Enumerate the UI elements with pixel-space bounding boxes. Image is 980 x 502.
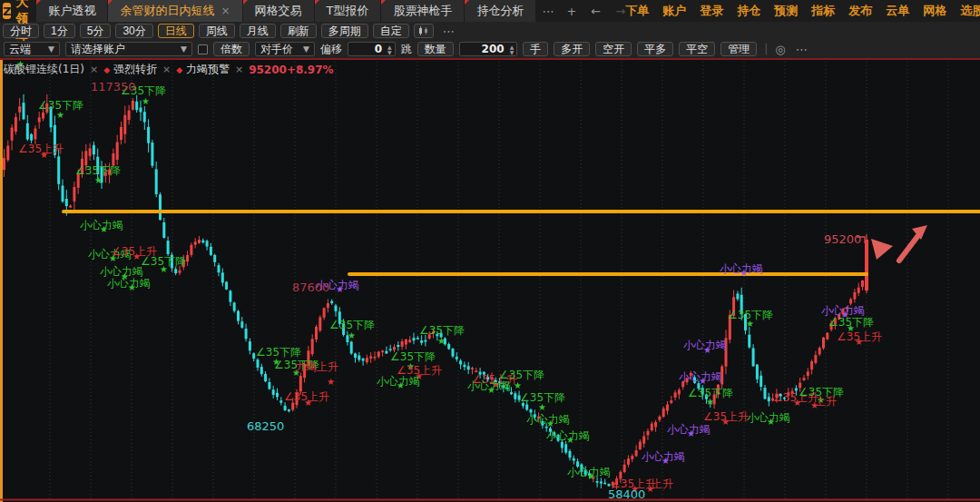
timeframe-button[interactable]: 分时 [3, 24, 39, 38]
offset-value: 0 [348, 43, 385, 55]
tab-item[interactable]: 账户透视 [36, 0, 107, 22]
timeframe-button[interactable]: 30分 [115, 24, 152, 38]
quantity-stepper[interactable]: 200 ▲▼ [459, 42, 518, 56]
caret-down-icon: ▼ [303, 44, 309, 54]
svg-text:★: ★ [142, 96, 150, 106]
nav-link-网格[interactable]: 网格 [923, 3, 946, 19]
nav-link-下单[interactable]: 下单 [625, 3, 649, 19]
source-select[interactable]: 云端 ▼ [4, 42, 60, 56]
timeframe-button[interactable]: 1分 [44, 24, 75, 38]
svg-text:★: ★ [56, 110, 64, 120]
nav-link-持仓[interactable]: 持仓 [737, 3, 760, 19]
svg-text:★: ★ [703, 345, 711, 355]
nav-link-选股[interactable]: 选股 [960, 3, 980, 19]
nav-links: 下单账户登录持仓预测指标发布云单网格选股 [625, 3, 980, 19]
tab-close-icon[interactable]: × [220, 5, 230, 17]
svg-text:★: ★ [740, 268, 748, 278]
timeframe-button[interactable]: 日线 [158, 24, 194, 38]
quantity-button[interactable]: 数量 [417, 42, 454, 56]
source-select-value: 云端 [9, 42, 31, 57]
order-button-多开[interactable]: 多开 [554, 42, 590, 56]
panel-bottom-line [0, 499, 980, 501]
timeframe-button[interactable]: 多周期 [321, 24, 368, 38]
svg-text:117350: 117350 [91, 80, 136, 94]
order-button-平空[interactable]: 平空 [679, 42, 715, 56]
tab-strip: 账户透视余管财的日内短线×网格交易T型报价股票神枪手持仓分析 [36, 0, 536, 22]
diamond-icon: ◆ [176, 65, 182, 74]
tab-item[interactable]: 持仓分析 [465, 0, 535, 22]
close-icon[interactable]: × [90, 64, 98, 75]
nav-link-预测[interactable]: 预测 [774, 3, 798, 19]
svg-text:∠35下降: ∠35下降 [419, 324, 465, 337]
tab-label: 余管财的日内短线 [120, 3, 214, 19]
svg-text:★: ★ [662, 456, 670, 466]
forward-icon[interactable]: → [615, 5, 625, 18]
close-icon[interactable]: × [162, 64, 171, 75]
svg-text:★: ★ [397, 380, 405, 390]
svg-text:★: ★ [767, 417, 775, 427]
offset-stepper[interactable]: 0 ▲▼ [348, 42, 396, 56]
svg-text:力竭上升: 力竭上升 [295, 360, 338, 373]
svg-text:★: ★ [746, 319, 754, 329]
svg-text:★: ★ [336, 284, 344, 294]
order-button-管理[interactable]: 管理 [720, 42, 757, 56]
svg-text:87600: 87600 [292, 281, 329, 294]
tab-overflow-icon[interactable]: ⋯ [536, 5, 559, 18]
quantity-value: 200 [460, 43, 507, 55]
order-button-空开[interactable]: 空开 [595, 42, 632, 56]
tab-label: 账户透视 [48, 3, 95, 19]
multiple-button[interactable]: 倍数 [213, 42, 250, 56]
caret-down-icon: ▼ [181, 44, 187, 54]
kline-style-icon[interactable] [414, 24, 434, 38]
lot-unit-button[interactable]: 手 [523, 42, 548, 56]
offset-label: 偏移 [320, 42, 342, 57]
window-tools: ⋯+←→ [566, 5, 625, 18]
spinner-icons[interactable]: ▲▼ [385, 44, 395, 54]
tab-item[interactable]: 股票神枪手 [381, 0, 464, 22]
svg-text:★: ★ [327, 377, 335, 387]
candlestick-chart[interactable]: ∠35下降★∠35下降★∠35下降★∠35下降★∠35上升★小心力竭★小心力竭★… [0, 60, 980, 502]
timeframe-button[interactable]: 5分 [80, 24, 112, 38]
timeframe-more-icon[interactable]: ⋯ [438, 25, 459, 38]
svg-text:★: ★ [304, 398, 312, 408]
svg-text:★: ★ [132, 251, 141, 261]
close-icon[interactable]: × [235, 64, 243, 75]
add-tab-icon[interactable]: + [566, 5, 576, 18]
back-icon[interactable]: ← [591, 5, 601, 18]
trade-more-icon[interactable]: ⋯ [791, 43, 812, 56]
order-button-平多[interactable]: 平多 [637, 42, 673, 56]
timeframe-button[interactable]: 月线 [240, 24, 276, 38]
panel-left-stripe [0, 60, 3, 502]
svg-text:95200: 95200 [824, 232, 861, 246]
account-select-placeholder: 请选择账户 [71, 42, 125, 57]
nav-link-登录[interactable]: 登录 [700, 3, 723, 19]
spinner-icons[interactable]: ▲▼ [507, 44, 517, 54]
timeframe-button[interactable]: 自定 [373, 24, 409, 38]
timeframe-button[interactable]: 刷新 [280, 24, 317, 38]
account-checkbox[interactable] [198, 44, 208, 54]
account-select[interactable]: 请选择账户 ▼ [65, 42, 192, 56]
svg-text:★: ★ [94, 175, 103, 185]
logo-glyph: Z [3, 5, 11, 18]
price-mode-select[interactable]: 对手价 ▼ [255, 42, 315, 56]
svg-text:★: ★ [160, 264, 168, 274]
svg-text:★: ★ [646, 484, 654, 494]
timeframe-button[interactable]: 周线 [199, 24, 235, 38]
tab-item[interactable]: T型报价 [315, 0, 381, 22]
svg-text:★: ★ [587, 471, 595, 481]
svg-text:★: ★ [487, 385, 495, 395]
svg-text:★: ★ [687, 428, 695, 438]
tab-item[interactable]: 网格交易 [243, 0, 314, 22]
svg-text:★: ★ [348, 330, 356, 340]
indicator-2: ◆ 力竭预警 [176, 62, 230, 77]
tab-active[interactable]: 余管财的日内短线× [108, 0, 241, 22]
tab-corner-icon [243, 0, 248, 5]
nav-link-发布[interactable]: 发布 [848, 3, 872, 19]
target-icon[interactable]: ◎ [775, 43, 785, 56]
nav-link-云单[interactable]: 云单 [886, 3, 909, 19]
spinner-up-icon: ▲ [387, 44, 392, 49]
spinner-down-icon: ▼ [387, 50, 392, 54]
nav-link-账户[interactable]: 账户 [662, 3, 686, 19]
app-logo-icon[interactable]: Z [3, 3, 11, 19]
nav-link-指标[interactable]: 指标 [811, 3, 835, 19]
